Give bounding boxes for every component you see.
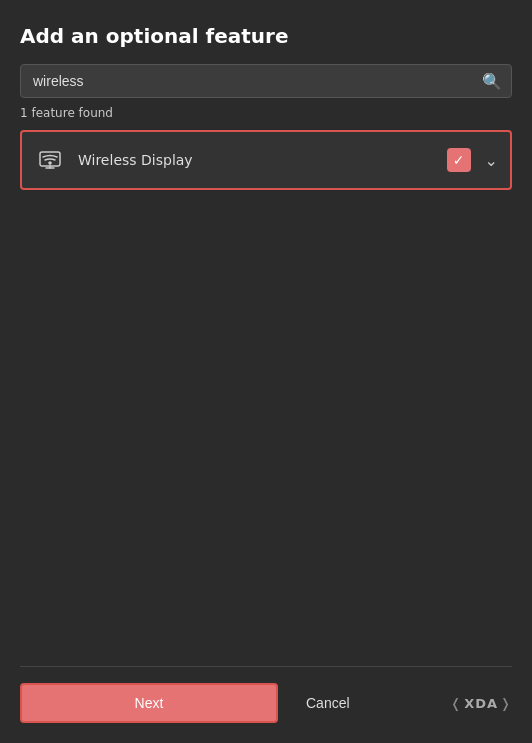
cancel-button[interactable]: Cancel bbox=[290, 685, 366, 721]
feature-list: Wireless Display ⌄ bbox=[20, 130, 512, 666]
wireless-display-label: Wireless Display bbox=[78, 152, 447, 168]
xda-logo: ❬ XDA ❭ bbox=[450, 696, 512, 711]
expand-icon[interactable]: ⌄ bbox=[485, 151, 498, 170]
svg-point-1 bbox=[49, 162, 51, 164]
xda-text: XDA bbox=[464, 696, 498, 711]
search-input[interactable] bbox=[20, 64, 512, 98]
feature-item-wireless-display[interactable]: Wireless Display ⌄ bbox=[20, 130, 512, 190]
wireless-display-icon bbox=[34, 144, 66, 176]
feature-count-label: 1 feature found bbox=[20, 106, 512, 120]
wireless-display-checkbox[interactable] bbox=[447, 148, 471, 172]
search-container: 🔍 bbox=[20, 64, 512, 98]
xda-bracket-right: ❭ bbox=[500, 696, 512, 711]
dialog-footer: Next Cancel ❬ XDA ❭ bbox=[20, 666, 512, 743]
xda-bracket-left: ❬ bbox=[450, 696, 462, 711]
add-optional-feature-dialog: Add an optional feature 🔍 1 feature foun… bbox=[0, 0, 532, 743]
next-button[interactable]: Next bbox=[20, 683, 278, 723]
dialog-title: Add an optional feature bbox=[20, 24, 512, 48]
